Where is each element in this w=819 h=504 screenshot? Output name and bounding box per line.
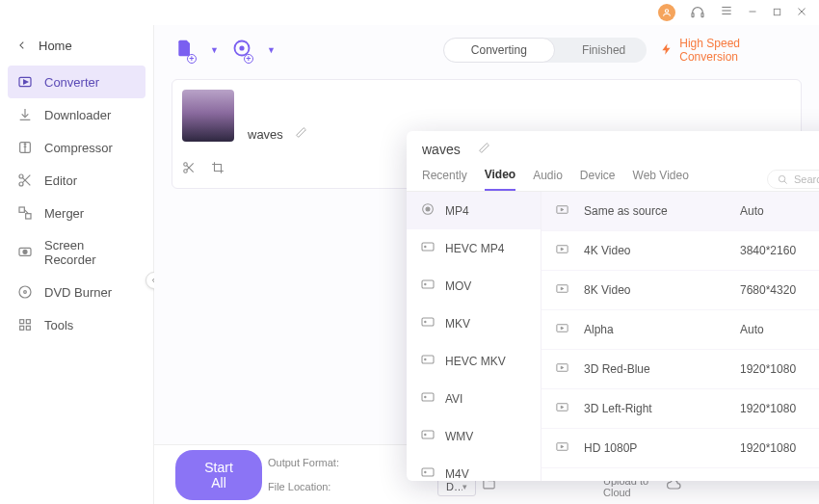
svg-point-40 [426,207,430,211]
format-option-hevc-mkv[interactable]: HEVC MKV [407,342,541,380]
svg-line-22 [24,210,28,214]
svg-point-48 [425,358,426,359]
merger-icon [17,205,33,221]
svg-point-50 [425,396,426,397]
chevron-down-icon[interactable]: ▼ [210,45,219,55]
tab-finished[interactable]: Finished [555,38,647,63]
format-option-mkv[interactable]: MKV [407,305,541,342]
svg-point-42 [425,246,426,247]
editor-icon [17,172,33,188]
add-disc-icon[interactable]: + [232,39,251,62]
tab-converting[interactable]: Converting [443,38,555,63]
format-popover: waves RecentlyVideoAudioDeviceWeb Video … [407,131,819,481]
svg-point-46 [425,321,426,322]
sidebar-item-tools[interactable]: Tools [0,308,153,341]
rename-icon[interactable] [478,141,490,158]
download-icon [17,107,33,122]
rename-icon[interactable] [295,125,307,142]
sidebar-item-compressor[interactable]: Compressor [0,131,153,164]
svg-rect-27 [20,320,24,324]
svg-point-25 [19,286,31,298]
format-search[interactable]: Search [767,170,819,189]
menu-icon[interactable] [720,4,733,21]
home-label: Home [39,39,72,53]
format-tab-audio[interactable]: Audio [533,169,563,190]
format-icon [420,464,436,481]
start-all-button[interactable]: Start All [175,450,262,500]
back-icon [17,37,27,54]
user-avatar-icon[interactable] [658,4,675,21]
titlebar [0,0,819,25]
popover-title: waves [422,142,461,157]
sidebar-item-editor[interactable]: Editor [0,164,153,197]
high-speed-conversion[interactable]: High Speed Conversion [660,37,798,64]
resolution-option[interactable]: 3D Left-Right1920*1080 [542,389,819,429]
format-icon [420,239,436,257]
format-icon [420,201,436,220]
add-file-icon[interactable]: + [175,39,195,62]
format-icon [420,314,436,332]
svg-point-54 [425,471,426,472]
resolution-option[interactable]: HD 1080P1920*1080 [542,429,819,468]
resolution-list: Same as sourceAuto4K Video3840*21608K Vi… [542,192,819,481]
crop-icon[interactable] [211,161,225,178]
sidebar-item-converter[interactable]: Converter [8,66,145,98]
format-icon [420,277,436,295]
resolution-option[interactable]: AlphaAuto [542,310,819,350]
resolution-option[interactable]: HD 720P1280*720 [542,468,819,481]
close-icon[interactable] [796,4,807,21]
minimize-icon[interactable] [747,4,758,21]
format-icon [420,352,436,370]
svg-rect-43 [422,280,434,288]
resolution-option[interactable]: 3D Red-Blue1920*1080 [542,350,819,389]
svg-rect-41 [422,243,434,251]
file-location-label: File Location: [268,481,432,492]
format-tab-web-video[interactable]: Web Video [633,169,689,190]
svg-rect-29 [20,326,24,330]
resolution-option[interactable]: 8K Video7680*4320 [542,271,819,310]
home-nav[interactable]: Home [0,31,153,66]
svg-point-37 [779,175,784,181]
format-option-mp4[interactable]: MP4 [407,192,541,229]
maximize-icon[interactable] [772,4,782,21]
sidebar-item-screen-recorder[interactable]: Screen Recorder [0,229,153,276]
format-tab-recently[interactable]: Recently [422,169,467,190]
main-area: + ▼ + ▼ Converting Finished High Speed C… [154,25,819,504]
video-thumbnail[interactable] [182,90,234,142]
sidebar-item-dvd-burner[interactable]: DVD Burner [0,276,153,308]
chevron-down-icon[interactable]: ▼ [267,45,276,55]
video-icon [555,202,578,220]
video-icon [555,360,578,378]
format-option-m4v[interactable]: M4V [407,455,541,481]
svg-point-26 [24,291,27,294]
format-option-mov[interactable]: MOV [407,267,541,305]
resolution-option[interactable]: 4K Video3840*2160 [542,231,819,271]
svg-point-52 [425,434,426,435]
svg-marker-58 [561,248,564,251]
high-speed-label: High Speed Conversion [679,37,798,64]
recorder-icon [17,245,33,260]
search-placeholder: Search [794,173,819,185]
format-option-wmv[interactable]: WMV [407,417,541,455]
format-tab-video[interactable]: Video [485,168,515,191]
headset-icon[interactable] [689,4,706,21]
sidebar-item-downloader[interactable]: Downloader [0,98,153,131]
format-list: MP4HEVC MP4MOVMKVHEVC MKVAVIWMVM4V [407,192,542,481]
format-option-avi[interactable]: AVI [407,380,541,417]
svg-marker-62 [561,327,564,330]
format-icon [420,427,436,445]
svg-marker-68 [561,445,564,448]
format-tab-device[interactable]: Device [580,169,616,190]
compress-icon [17,140,33,155]
svg-point-24 [23,250,27,253]
svg-point-44 [425,283,426,284]
converter-icon [17,74,33,90]
format-option-hevc-mp4[interactable]: HEVC MP4 [407,229,541,267]
tools-icon [17,317,33,332]
resolution-option[interactable]: Same as sourceAuto [542,192,819,231]
video-icon [555,321,578,338]
bolt-icon [660,42,674,59]
sidebar-item-merger[interactable]: Merger [0,197,153,229]
trim-icon[interactable] [182,161,196,178]
sidebar: Home ConverterDownloaderCompressorEditor… [0,25,154,504]
